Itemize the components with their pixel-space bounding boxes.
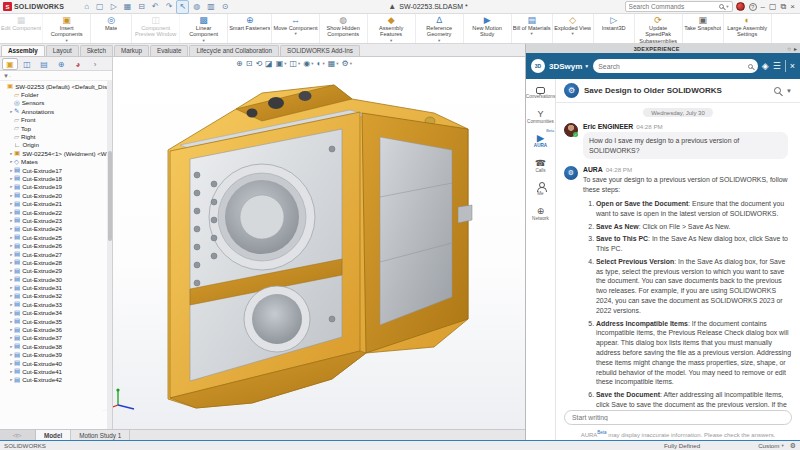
dimxpertmanager-tab[interactable]: ⊕ [53, 58, 69, 70]
tab-sketch[interactable]: Sketch [80, 45, 113, 56]
tree-item-cut-extrude35[interactable]: ▸▤Cut-Extrude35 [0, 317, 112, 325]
panel-undock-icon[interactable]: ○ [787, 46, 791, 52]
tree-item-front[interactable]: ▱Front [0, 116, 112, 124]
tree-item-sensors[interactable]: ◎Sensors [0, 99, 112, 107]
tree-item-cut-extrude38[interactable]: ▸▤Cut-Extrude38 [0, 342, 112, 350]
previous-view-icon[interactable]: ⟲ [255, 59, 262, 68]
panel-expand-icon[interactable]: ▸ [794, 45, 797, 52]
collapse-conversation-icon[interactable]: ▼ [786, 88, 792, 94]
tree-item-cut-extrude28[interactable]: ▸▤Cut-Extrude28 [0, 258, 112, 266]
tab-layout[interactable]: Layout [46, 45, 79, 56]
tree-item-right[interactable]: ▱Right [0, 132, 112, 140]
panel-search[interactable] [593, 59, 757, 73]
aura-avatar-icon[interactable]: ⚙ [564, 166, 578, 180]
zoom-to-fit-icon[interactable]: ⊕ [236, 59, 243, 68]
rail-item-communities[interactable]: YCommunities [526, 109, 555, 125]
featuremanager-tree-tab[interactable]: ▣ [2, 58, 18, 70]
panel-search-input[interactable] [598, 63, 744, 70]
tag-icon[interactable]: ◈ [762, 61, 769, 71]
expand-panel-tabs-icon[interactable]: › [87, 58, 103, 70]
tab-assembly[interactable]: Assembly [1, 45, 45, 56]
search-dropdown-icon[interactable]: ▾ [726, 4, 728, 9]
display-settings-icon[interactable]: ▥ [204, 0, 218, 14]
tab-model[interactable]: Model [36, 430, 71, 440]
workspace-selector[interactable]: 3DSwym ▼ [549, 62, 589, 71]
save-icon[interactable]: ▦ [121, 0, 135, 14]
user-avatar[interactable] [736, 2, 745, 11]
tree-scrollbar[interactable] [107, 81, 112, 429]
tree-item-cut-extrude24[interactable]: ▸▤Cut-Extrude24 [0, 225, 112, 233]
eric-avatar[interactable] [564, 123, 578, 137]
command-search-input[interactable] [629, 3, 718, 10]
tree-item-top[interactable]: ▱Top [0, 124, 112, 132]
ribbon-button-exploded-view[interactable]: ◇Exploded View▾ [553, 14, 594, 43]
tree-item-cut-extrude41[interactable]: ▸▤Cut-Extrude41 [0, 367, 112, 375]
ribbon-button-move-component[interactable]: ↔Move Component▾ [272, 14, 319, 43]
tree-item-mates[interactable]: ▸◇Mates [0, 158, 112, 166]
tree-item-cut-extrude39[interactable]: ▸▤Cut-Extrude39 [0, 351, 112, 359]
displaymanager-tab[interactable]: ◕ [70, 58, 86, 70]
tree-item-cut-extrude22[interactable]: ▸▤Cut-Extrude22 [0, 208, 112, 216]
ribbon-button-take-snapshot[interactable]: ▣Take Snapshot [683, 14, 724, 43]
tree-item-cut-extrude30[interactable]: ▸▤Cut-Extrude30 [0, 275, 112, 283]
conversation-search-icon[interactable] [774, 87, 781, 94]
ribbon-button-new-motion-study[interactable]: ▶New Motion Study [464, 14, 512, 43]
edit-appearance-icon[interactable]: ◐▾ [317, 59, 325, 68]
ribbon-button-linear-component-pattern[interactable]: ▩Linear Component Pattern▾ [180, 14, 228, 43]
open-document-icon[interactable]: ▷ [108, 0, 120, 14]
zoom-to-area-icon[interactable]: ⊡ [246, 59, 253, 68]
tab-motion-study-1[interactable]: Motion Study 1 [71, 430, 130, 440]
menu-icon[interactable]: ☰ [773, 61, 781, 71]
rail-item-me[interactable]: Me [526, 182, 555, 197]
panel-close-icon[interactable]: × [790, 61, 795, 71]
tree-item-cut-extrude31[interactable]: ▸▤Cut-Extrude31 [0, 283, 112, 291]
ribbon-button-instant3d[interactable]: ▷Instant3D [594, 14, 635, 43]
undo-icon[interactable]: ↶ [149, 0, 162, 14]
home-icon[interactable]: ⌂ [81, 0, 92, 14]
display-style-icon[interactable]: ◫▾ [290, 59, 301, 68]
rail-item-calls[interactable]: ☎Calls [526, 158, 555, 174]
section-view-icon[interactable]: ◪ [265, 59, 273, 68]
tree-item-sw-02253-default-default-displ[interactable]: ▣SW-02253 (Default) <Default_Displ [0, 82, 112, 90]
ribbon-button-show-hidden-components[interactable]: ◍Show Hidden Components [320, 14, 368, 43]
ribbon-button-bill-of-materials[interactable]: ▤Bill of Materials▾ [512, 14, 553, 43]
ribbon-button-assembly-features[interactable]: ◆Assembly Features▾ [368, 14, 416, 43]
rebuild-icon[interactable]: ◍ [190, 0, 203, 14]
options-icon[interactable]: ⊙ [219, 0, 232, 14]
select-tool-icon[interactable]: ↖ [176, 0, 189, 14]
ribbon-button-insert-components[interactable]: ▣Insert Components▾ [43, 14, 91, 43]
command-search[interactable]: ▾ [625, 1, 733, 12]
ribbon-button-reference-geometry[interactable]: ∆Reference Geometry▾ [416, 14, 464, 43]
tree-item-cut-extrude20[interactable]: ▸▤Cut-Extrude20 [0, 191, 112, 199]
view-settings-icon[interactable]: ⚙▾ [342, 59, 352, 68]
rail-item-conversations[interactable]: Conversations [526, 87, 555, 100]
hide-show-items-icon[interactable]: ◉▾ [303, 59, 313, 68]
view-orientation-icon[interactable]: ▣▾ [276, 59, 287, 68]
chat-input[interactable] [564, 410, 792, 425]
tree-item-cut-extrude36[interactable]: ▸▤Cut-Extrude36 [0, 325, 112, 333]
tree-item-cut-extrude33[interactable]: ▸▤Cut-Extrude33 [0, 300, 112, 308]
tree-item-cut-extrude25[interactable]: ▸▤Cut-Extrude25 [0, 233, 112, 241]
graphics-area[interactable]: ⊕⊡⟲◪▣▾◫▾◉▾◐▾▦▾⚙▾ ▣ ◫ ▤ ⊕ ◕ › ▼· [0, 57, 525, 429]
tree-item-cut-extrude23[interactable]: ▸▤Cut-Extrude23 [0, 216, 112, 224]
tree-item-folder[interactable]: ▱Folder [0, 90, 112, 98]
tree-item-cut-extrude42[interactable]: ▸▤Cut-Extrude42 [0, 376, 112, 384]
apply-scene-icon[interactable]: ▦▾ [328, 59, 339, 68]
ribbon-button-large-assembly-settings[interactable]: ◐Large Assembly Settings [724, 14, 772, 43]
tab-lifecycle-and-collaboration[interactable]: Lifecycle and Collaboration [189, 45, 279, 56]
tree-item-cut-extrude40[interactable]: ▸▤Cut-Extrude40 [0, 359, 112, 367]
restore-icon[interactable]: ▢ [769, 2, 777, 12]
ribbon-button-update-speedpak-subassemblies[interactable]: ⟳Update SpeedPak Subassemblies [635, 14, 683, 43]
tree-item-cut-extrude26[interactable]: ▸▤Cut-Extrude26 [0, 241, 112, 249]
rail-item-aura[interactable]: ▶BetaAURA [526, 133, 555, 149]
tree-item-cut-extrude17[interactable]: ▸▤Cut-Extrude17 [0, 166, 112, 174]
tree-item-annotations[interactable]: ▸✎Annotations [0, 107, 112, 115]
new-document-icon[interactable]: ▢ [93, 0, 107, 14]
tab-markup[interactable]: Markup [114, 45, 149, 56]
redo-icon[interactable]: ↷ [163, 0, 176, 14]
new-window-icon[interactable]: ⧉ [781, 2, 787, 12]
unit-system-selector[interactable]: Custom ▾ [758, 442, 784, 449]
print-icon[interactable]: ⊟ [135, 0, 148, 14]
close-icon[interactable]: × [790, 2, 795, 12]
tab-scroll-controls[interactable]: ◁▷ [0, 430, 36, 440]
